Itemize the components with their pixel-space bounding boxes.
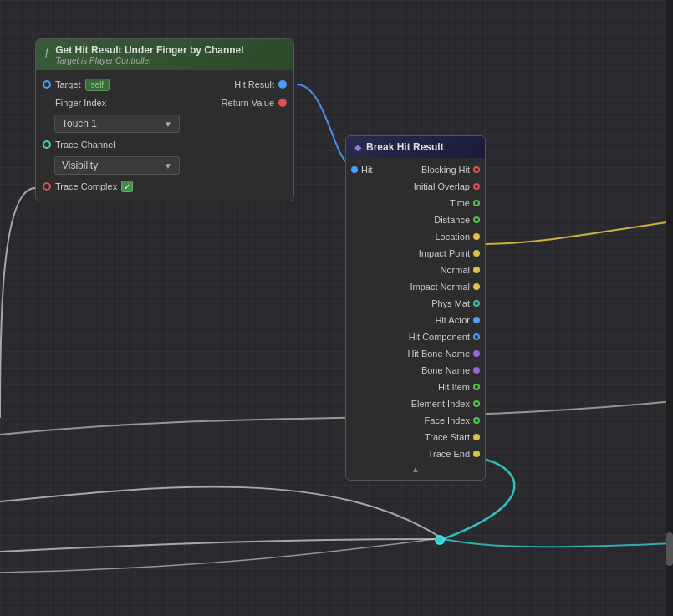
initial-overlap-row: Initial Overlap <box>346 178 485 195</box>
face-index-row: Face Index <box>346 412 485 429</box>
trace-start-row: Trace Start <box>346 429 485 445</box>
impact-point-label: Impact Point <box>419 248 470 258</box>
bone-name-dot <box>473 367 480 374</box>
trace-complex-checkbox[interactable]: ✓ <box>121 181 133 192</box>
trace-end-label: Trace End <box>428 449 470 459</box>
finger-index-arrow: ▼ <box>164 120 172 129</box>
hit-bone-name-dot <box>473 350 480 357</box>
hit-result-pin-dot <box>278 80 287 89</box>
break-body: Hit Blocking Hit Initial Overlap Time <box>346 158 485 480</box>
trace-channel-value: Visibility <box>62 160 98 171</box>
time-dot <box>473 200 480 206</box>
get-hit-title: Get Hit Result Under Finger by Channel <box>55 44 243 56</box>
initial-overlap-label: Initial Overlap <box>414 181 470 191</box>
collapse-icon: ▲ <box>411 465 420 474</box>
element-index-row: Element Index <box>346 395 485 412</box>
teal-connector-dot <box>435 535 445 545</box>
break-title: Break Hit Result <box>366 141 444 153</box>
blocking-hit-dot <box>473 166 480 173</box>
get-hit-node: ƒ Get Hit Result Under Finger by Channel… <box>35 38 294 201</box>
function-icon: ƒ <box>44 45 50 58</box>
break-hit-result-node: ◆ Break Hit Result Hit Blocking Hit Init… <box>345 135 486 481</box>
finger-index-header-row: Finger Index Return Value <box>36 94 293 112</box>
phys-mat-label: Phys Mat <box>431 298 470 308</box>
distance-row: Distance <box>346 211 485 228</box>
blocking-hit-label: Blocking Hit <box>421 165 470 175</box>
hit-actor-dot <box>473 317 480 323</box>
location-dot <box>473 233 480 240</box>
finger-index-label: Finger Index <box>55 98 106 108</box>
distance-dot <box>473 216 480 223</box>
location-label: Location <box>435 232 470 242</box>
impact-point-row: Impact Point <box>346 245 485 262</box>
return-value-pin-dot <box>278 99 287 107</box>
hit-blocking-row: Hit Blocking Hit <box>346 161 485 178</box>
hit-item-row: Hit Item <box>346 379 485 395</box>
phys-mat-dot <box>473 300 480 307</box>
trace-complex-label: Trace Complex <box>55 181 117 191</box>
target-pin-dot <box>43 80 51 89</box>
phys-mat-row: Phys Mat <box>346 295 485 312</box>
target-pin-label: Target <box>55 79 81 89</box>
trace-channel-label: Trace Channel <box>55 140 115 150</box>
collapse-button[interactable]: ▲ <box>346 462 485 476</box>
element-index-label: Element Index <box>411 399 470 409</box>
trace-complex-pin-dot <box>43 182 51 191</box>
bone-name-label: Bone Name <box>421 365 470 375</box>
hit-actor-label: Hit Actor <box>435 315 470 325</box>
location-row: Location <box>346 228 485 245</box>
trace-channel-header-row: Trace Channel <box>36 135 293 154</box>
normal-label: Normal <box>441 265 470 275</box>
get-hit-subtitle: Target is Player Controller <box>55 56 243 65</box>
face-index-label: Face Index <box>425 415 470 425</box>
impact-normal-dot <box>473 283 480 290</box>
element-index-dot <box>473 400 480 407</box>
hit-input-label: Hit <box>361 165 372 175</box>
break-icon: ◆ <box>354 142 361 153</box>
hit-component-dot <box>473 333 480 340</box>
target-pin-row: Target self Hit Result <box>36 75 293 94</box>
normal-row: Normal <box>346 262 485 278</box>
finger-index-value: Touch 1 <box>62 118 97 130</box>
trace-end-dot <box>473 451 480 457</box>
finger-index-dropdown-row: Touch 1 ▼ <box>36 112 293 135</box>
hit-item-dot <box>473 384 480 390</box>
hit-component-row: Hit Component <box>346 328 485 345</box>
trace-start-dot <box>473 434 480 440</box>
trace-channel-arrow: ▼ <box>164 161 172 171</box>
face-index-dot <box>473 417 480 424</box>
get-hit-body: Target self Hit Result Finger Index Retu… <box>36 70 293 201</box>
hit-input-dot <box>351 166 358 173</box>
impact-normal-label: Impact Normal <box>410 282 470 292</box>
hit-component-label: Hit Component <box>409 332 470 342</box>
trace-channel-pin-dot <box>43 140 51 149</box>
initial-overlap-dot <box>473 183 480 190</box>
scrollbar-thumb[interactable] <box>666 532 673 566</box>
time-label: Time <box>450 198 470 208</box>
hit-result-label: Hit Result <box>234 79 274 89</box>
normal-dot <box>473 267 480 273</box>
bone-name-row: Bone Name <box>346 362 485 379</box>
scrollbar-track <box>666 0 673 616</box>
trace-complex-row: Trace Complex ✓ <box>36 177 293 196</box>
distance-label: Distance <box>434 215 470 225</box>
hit-actor-row: Hit Actor <box>346 312 485 328</box>
trace-channel-dropdown[interactable]: Visibility ▼ <box>54 156 180 175</box>
return-value-label: Return Value <box>222 98 274 108</box>
finger-index-dropdown[interactable]: Touch 1 ▼ <box>54 115 180 133</box>
impact-point-dot <box>473 250 480 257</box>
break-hit-header: ◆ Break Hit Result <box>346 136 485 158</box>
hit-bone-name-row: Hit Bone Name <box>346 345 485 362</box>
time-row: Time <box>346 195 485 211</box>
hit-item-label: Hit Item <box>438 382 470 392</box>
hit-bone-name-label: Hit Bone Name <box>407 349 470 359</box>
trace-end-row: Trace End <box>346 445 485 462</box>
impact-normal-row: Impact Normal <box>346 278 485 295</box>
trace-start-label: Trace Start <box>425 432 470 442</box>
self-badge: self <box>85 79 110 91</box>
get-hit-header: ƒ Get Hit Result Under Finger by Channel… <box>36 39 293 70</box>
trace-channel-dropdown-row: Visibility ▼ <box>36 154 293 177</box>
